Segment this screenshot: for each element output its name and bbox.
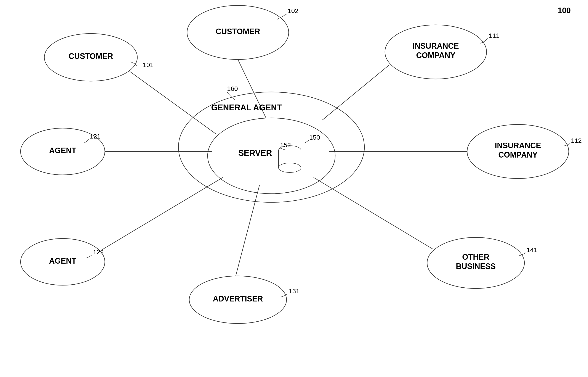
line-advertiser-server — [236, 185, 260, 276]
ref-160: 160 — [227, 85, 238, 92]
label-agent2: AGENT — [49, 257, 76, 265]
ref-102: 102 — [288, 7, 298, 14]
line-insurance1-server — [322, 65, 389, 120]
ref-141: 141 — [527, 246, 537, 253]
ref-152: 152 — [280, 141, 291, 148]
ref-122: 122 — [93, 248, 104, 256]
line-customer1-server — [130, 71, 216, 134]
ref-131: 131 — [289, 287, 300, 295]
ref-111: 111 — [489, 32, 499, 39]
label-insurance2-line1: INSURANCE — [495, 141, 541, 150]
db-bottom-ellipse — [279, 163, 301, 173]
label-insurance1-line2: COMPANY — [416, 51, 455, 60]
line-otherbusiness-server — [314, 177, 432, 249]
label-otherbusiness-line1: OTHER — [462, 253, 489, 261]
label-insurance2-line2: COMPANY — [498, 150, 537, 159]
ref-121: 121 — [90, 133, 101, 140]
label-generalagent: GENERAL AGENT — [211, 103, 282, 112]
label-advertiser: ADVERTISER — [213, 294, 263, 303]
ref-150: 150 — [309, 134, 320, 141]
label-customer1: CUSTOMER — [68, 52, 113, 61]
diagram-svg: CUSTOMER 101 CUSTOMER 102 INSURANCE COMP… — [0, 0, 588, 377]
label-customer2: CUSTOMER — [215, 27, 260, 36]
label-server: SERVER — [238, 148, 272, 158]
ref-line-150 — [304, 140, 309, 143]
label-otherbusiness-line2: BUSINESS — [456, 262, 496, 271]
label-agent1: AGENT — [49, 146, 76, 155]
label-insurance1-line1: INSURANCE — [413, 42, 459, 50]
line-agent2-server — [102, 177, 223, 250]
ref-101: 101 — [143, 61, 154, 68]
ref-112: 112 — [571, 137, 582, 144]
